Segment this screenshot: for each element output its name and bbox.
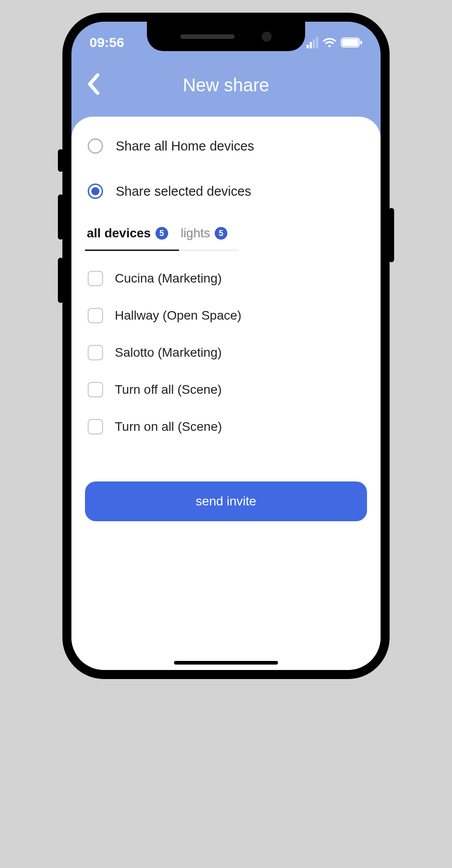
checkbox-icon — [88, 308, 103, 323]
svg-rect-2 — [360, 41, 362, 44]
device-label: Turn on all (Scene) — [115, 420, 222, 434]
phone-side-button — [58, 258, 63, 303]
list-item[interactable]: Turn off all (Scene) — [85, 371, 367, 408]
notch — [147, 22, 305, 51]
list-item[interactable]: Salotto (Marketing) — [85, 334, 367, 371]
device-label: Cucina (Marketing) — [115, 271, 222, 286]
send-invite-button[interactable]: send invite — [85, 481, 367, 521]
status-time: 09:56 — [89, 35, 124, 50]
header: New share — [71, 53, 381, 117]
content-card: Share all Home devices Share selected de… — [71, 117, 381, 670]
home-indicator[interactable] — [174, 661, 278, 665]
radio-selected-icon — [88, 184, 103, 199]
device-label: Turn off all (Scene) — [115, 382, 222, 397]
checkbox-icon — [88, 271, 103, 286]
option-label: Share selected devices — [116, 184, 251, 199]
device-label: Salotto (Marketing) — [115, 345, 222, 360]
battery-icon — [341, 37, 363, 48]
tab-label: all devices — [87, 226, 151, 241]
list-item[interactable]: Cucina (Marketing) — [85, 260, 367, 297]
phone-side-button — [389, 208, 394, 262]
page-title: New share — [183, 75, 269, 95]
tab-lights[interactable]: lights 5 — [179, 221, 238, 251]
radio-unselected-icon — [88, 138, 103, 154]
signal-icon — [306, 37, 318, 48]
wifi-icon — [323, 37, 336, 48]
list-item[interactable]: Turn on all (Scene) — [85, 408, 367, 445]
tab-all-devices[interactable]: all devices 5 — [85, 221, 179, 251]
list-item[interactable]: Hallway (Open Space) — [85, 297, 367, 334]
device-list: Cucina (Marketing) Hallway (Open Space) … — [85, 251, 367, 445]
phone-frame: 09:56 New share Share all Home — [63, 14, 389, 678]
count-badge: 5 — [155, 227, 168, 240]
option-share-all[interactable]: Share all Home devices — [85, 130, 367, 162]
svg-rect-1 — [342, 39, 358, 46]
checkbox-icon — [88, 345, 103, 360]
screen: 09:56 New share Share all Home — [71, 22, 381, 670]
device-label: Hallway (Open Space) — [115, 308, 241, 323]
camera — [262, 32, 272, 42]
tabs: all devices 5 lights 5 — [85, 221, 367, 251]
checkbox-icon — [88, 419, 103, 434]
phone-side-button — [58, 149, 63, 172]
phone-side-button — [58, 194, 63, 240]
option-share-selected[interactable]: Share selected devices — [85, 175, 367, 207]
checkbox-icon — [88, 382, 103, 397]
option-label: Share all Home devices — [116, 139, 254, 154]
tab-label: lights — [181, 226, 210, 241]
back-button[interactable] — [85, 73, 101, 97]
status-icons — [306, 37, 363, 48]
count-badge: 5 — [215, 227, 227, 240]
speaker — [180, 34, 235, 39]
